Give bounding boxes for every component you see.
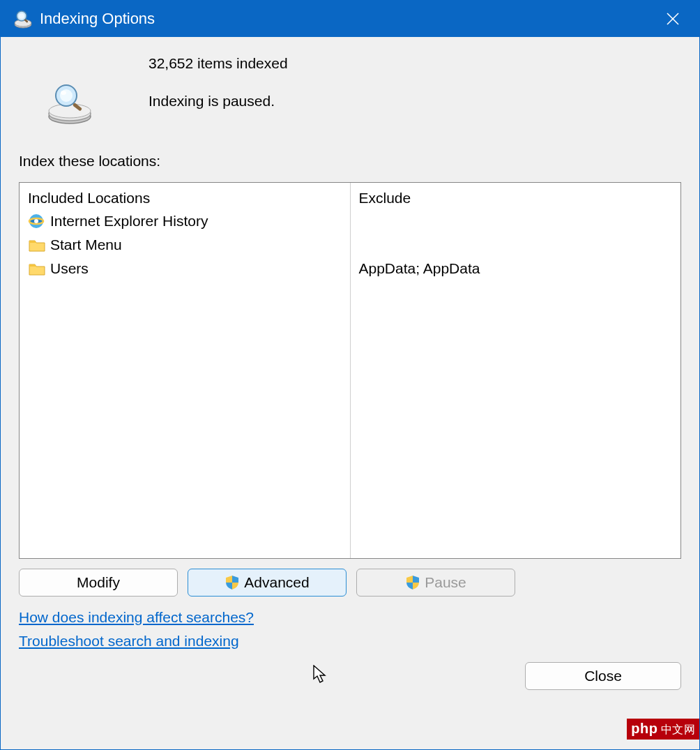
folder-icon xyxy=(28,260,46,277)
svg-point-16 xyxy=(34,219,38,223)
exclude-value xyxy=(359,209,673,233)
exclude-header: Exclude xyxy=(359,190,673,207)
advanced-button[interactable]: Advanced xyxy=(188,569,347,597)
status-section: 32,652 items indexed Indexing is paused. xyxy=(19,55,681,125)
help-link[interactable]: How does indexing affect searches? xyxy=(19,609,254,626)
location-name: Start Menu xyxy=(50,237,122,253)
indexing-state: Indexing is paused. xyxy=(149,93,288,110)
location-name: Users xyxy=(50,260,89,277)
svg-point-12 xyxy=(61,91,66,95)
dialog-body: 32,652 items indexed Indexing is paused.… xyxy=(1,37,699,749)
button-label: Close xyxy=(584,668,622,684)
location-name: Internet Explorer History xyxy=(50,213,208,230)
indexing-title-icon xyxy=(13,9,33,29)
button-label: Pause xyxy=(425,574,466,591)
button-label: Modify xyxy=(77,574,120,591)
shield-icon xyxy=(405,575,420,590)
watermark: php中文网 xyxy=(627,719,699,740)
action-buttons: Modify Advanced xyxy=(19,569,681,597)
dialog-footer: Close xyxy=(19,662,681,690)
locations-label: Index these locations: xyxy=(19,153,681,170)
watermark-text: php xyxy=(631,721,657,736)
troubleshoot-link[interactable]: Troubleshoot search and indexing xyxy=(19,633,239,650)
included-header: Included Locations xyxy=(28,190,342,207)
close-icon xyxy=(666,12,680,26)
exclude-column: Exclude AppData; AppData xyxy=(351,183,681,558)
window-title: Indexing Options xyxy=(40,10,657,28)
status-texts: 32,652 items indexed Indexing is paused. xyxy=(149,55,288,110)
folder-icon xyxy=(28,237,46,253)
indexed-count: 32,652 items indexed xyxy=(149,55,288,72)
shield-icon xyxy=(225,575,240,590)
exclude-value xyxy=(359,233,673,257)
locations-listview[interactable]: Included Locations Internet Explorer His… xyxy=(19,182,681,559)
list-item[interactable]: Start Menu xyxy=(28,233,342,257)
ie-icon xyxy=(28,213,46,230)
indexing-status-icon xyxy=(47,83,93,125)
modify-button[interactable]: Modify xyxy=(19,569,178,597)
close-button[interactable]: Close xyxy=(525,662,681,690)
exclude-value: AppData; AppData xyxy=(359,257,673,280)
window-close-button[interactable] xyxy=(657,3,688,34)
included-column: Included Locations Internet Explorer His… xyxy=(20,183,351,558)
list-item[interactable]: Internet Explorer History xyxy=(28,209,342,233)
button-label: Advanced xyxy=(244,574,309,591)
indexing-options-window: Indexing Options 32,6 xyxy=(0,0,700,750)
pause-button: Pause xyxy=(356,569,515,597)
titlebar: Indexing Options xyxy=(1,1,699,37)
list-item[interactable]: Users xyxy=(28,257,342,280)
watermark-cn: 中文网 xyxy=(661,723,696,735)
svg-point-3 xyxy=(19,13,24,19)
